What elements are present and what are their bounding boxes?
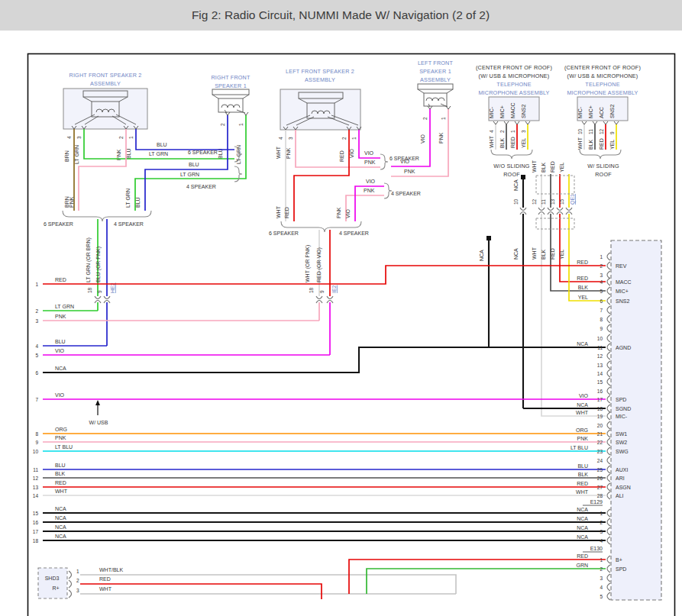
pin-number: 18 [87, 287, 92, 293]
wire-label: WHT [577, 137, 583, 150]
wire-label: BLK [541, 162, 546, 173]
pin-number: 2 [118, 136, 124, 139]
wire-label: PNK [438, 132, 444, 144]
wire-label: NCA [55, 515, 66, 521]
pin-number: 2 [499, 130, 505, 133]
wire-label: PNK [404, 169, 415, 174]
signal-label: SW1 [616, 431, 627, 437]
wire-label: RED [577, 260, 588, 265]
pin-number: 19 [597, 414, 603, 419]
wire-label: WHT [99, 586, 112, 592]
wire-label: VIO [364, 150, 374, 156]
shd3-box [38, 568, 67, 598]
wire-label: RED [577, 481, 588, 486]
wire-label: WHT [532, 247, 537, 260]
pin-number: 4 [489, 130, 494, 133]
wire-label: WHT [489, 135, 494, 148]
signal-label: MACC [616, 279, 632, 285]
pin-number: 27 [597, 485, 603, 490]
row-number: 6 [35, 370, 38, 376]
wire-label: WHT (OR PNK) [305, 245, 311, 282]
wire-label: BLK [55, 471, 66, 476]
row-number: 15 [33, 511, 39, 516]
pin-number: 24 [597, 458, 603, 463]
pin-number: 13 [597, 363, 603, 368]
pin-label: MIC- [577, 106, 583, 118]
nca-terminal-dot [486, 236, 491, 240]
pin-number: 28 [597, 493, 603, 498]
row-number: 10 [33, 449, 39, 454]
variant-label: ROOF [595, 171, 612, 178]
signal-label: MIC- [616, 414, 628, 419]
shd3-sub-label: R+ [52, 585, 59, 591]
wire-label: NCA [577, 516, 588, 521]
pin-number: 7 [600, 308, 603, 313]
row-number: 16 [33, 520, 39, 525]
wire-label: RED [55, 480, 66, 485]
wire-label: BLU [157, 142, 167, 147]
wire-label: VIO [349, 148, 354, 158]
wire-label: PNK [55, 435, 66, 440]
pin-number: 25 [597, 467, 603, 472]
screenshot-root: Fig 2: Radio Circuit, NUMMI Made W/ Navi… [0, 0, 682, 616]
signal-label: AUXI [616, 467, 628, 472]
wire-label: PNK [69, 196, 74, 208]
wire-label: WHT/BLK [99, 567, 123, 572]
wire-label: PNK [55, 314, 66, 319]
wire-label: WHT [276, 205, 281, 218]
wire-label: NCA [55, 534, 66, 539]
pin-number: 13 [550, 198, 555, 205]
wire-label: LT GRN (OR BRN) [86, 237, 92, 282]
wire-label: VIO [345, 208, 351, 218]
row-number: 1 [35, 282, 38, 287]
row-number: 14 [33, 493, 39, 498]
wire-label: YEL [559, 163, 564, 173]
pin-label: MIC- [489, 106, 494, 118]
wire-label: YEL [521, 138, 526, 148]
pin-number: 2 [600, 566, 603, 572]
row-number: 2 [35, 308, 38, 314]
row-number: 11 [33, 467, 38, 472]
pin-number: 5 [600, 594, 603, 599]
row-number: 9 [35, 440, 38, 445]
pin-number: 15 [597, 379, 603, 385]
pin-number: 1 [238, 123, 244, 126]
pin-number: 3 [288, 137, 293, 140]
wire-label: WHT [55, 489, 68, 494]
pin-number: 11 [588, 129, 593, 134]
wire-label: PNK [336, 207, 341, 218]
pin-number: 8 [600, 317, 603, 322]
wire-label: RED [550, 161, 555, 173]
variant-label: W/O SLIDING [493, 163, 530, 169]
row-number: 12 [33, 476, 39, 481]
location-label: (CENTER FRONT OF ROOF) [476, 64, 552, 71]
component-label: TELEPHONE [585, 81, 619, 88]
wire-label: VIO [579, 393, 589, 398]
signal-label: ARI [616, 476, 625, 481]
wire-label: BLU [189, 162, 199, 167]
pin-label: ACC [599, 107, 604, 118]
wire-label: RED [55, 277, 66, 282]
pin-number: 1 [510, 130, 516, 133]
wire-label: LT GRN [55, 304, 74, 309]
pin-number: 3 [600, 576, 603, 581]
wire-label: LT BLU [570, 445, 588, 450]
wire-label: BLK [588, 139, 593, 150]
signal-label: MIC+ [616, 289, 629, 294]
component-label: MICROPHONE ASSEMBLY [567, 89, 638, 96]
wire-label: NCA [55, 366, 66, 371]
pin-number: 12 [599, 128, 604, 134]
pin-label: MIC+ [588, 105, 593, 118]
pin-number: 1 [351, 137, 357, 140]
wire-label: BLK [499, 137, 505, 148]
signal-label: SNS2 [616, 298, 629, 304]
wire-label: RED [99, 576, 111, 582]
pin-number: 12 [532, 198, 537, 205]
pin-number: 15 [559, 198, 564, 205]
wire-label: RED [339, 150, 344, 162]
wire-label: WHT [576, 410, 589, 415]
w-usb-label: W/ USB [89, 420, 108, 425]
pin-number: 9 [319, 290, 325, 293]
component-label: ASSEMBLY [90, 80, 121, 87]
wire-label: ORG [576, 427, 588, 433]
